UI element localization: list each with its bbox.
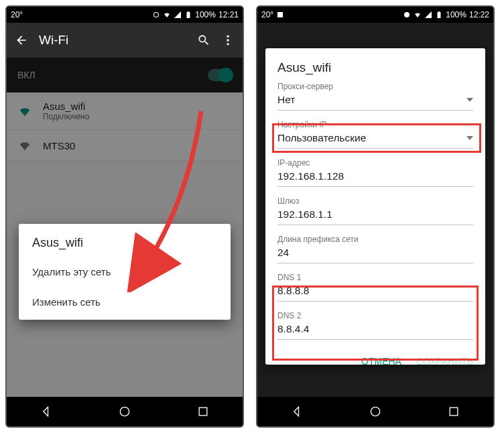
nav-back-icon[interactable] (40, 405, 53, 418)
network-edit-dialog: Asus_wifi Прокси-сервер Нет Настройки IP… (265, 48, 485, 365)
dns1-label: DNS 1 (277, 273, 473, 282)
battery-charge-icon (435, 11, 443, 19)
temperature: 20° (11, 10, 23, 19)
dns2-field[interactable]: DNS 2 8.8.4.4 (277, 311, 473, 340)
dns2-label: DNS 2 (277, 311, 473, 320)
ip-address-field[interactable]: IP-адрес 192.168.1.128 (277, 158, 473, 187)
content-area: ВКЛ Asus_wifi Подключено MTS30 Asus_wifi… (7, 58, 243, 397)
dns1-value: 8.8.8.8 (277, 285, 309, 297)
menu-item-forget[interactable]: Удалить эту сеть (19, 257, 231, 287)
context-menu: Asus_wifi Удалить эту сеть Изменить сеть (19, 224, 231, 320)
context-menu-title: Asus_wifi (19, 224, 231, 257)
nav-recent-icon[interactable] (447, 405, 460, 418)
nav-back-icon[interactable] (290, 405, 304, 418)
proxy-label: Прокси-сервер (277, 82, 473, 91)
temperature: 20° (261, 10, 273, 19)
svg-rect-4 (199, 408, 207, 416)
svg-point-3 (120, 407, 129, 416)
nav-bar (257, 397, 493, 426)
battery-percent: 100% (446, 10, 466, 19)
gateway-value: 192.168.1.1 (277, 208, 332, 221)
ip-address-value: 192.168.1.128 (277, 170, 344, 182)
alarm-icon (152, 11, 160, 19)
phone-left: 20° 100% 12:21 Wi-Fi ВКЛ Asus_wifi Подкл… (5, 5, 244, 428)
battery-percent: 100% (195, 10, 216, 19)
battery-charge-icon (184, 11, 192, 19)
dropdown-icon (466, 98, 473, 102)
content-area: Asus_wifi Прокси-сервер Нет Настройки IP… (257, 23, 493, 397)
prefix-label: Длина префикса сети (277, 235, 473, 244)
clock: 12:21 (218, 10, 239, 19)
proxy-field[interactable]: Прокси-сервер Нет (277, 82, 473, 111)
ip-address-label: IP-адрес (277, 158, 473, 168)
svg-point-6 (371, 407, 379, 416)
cancel-button[interactable]: ОТМЕНА (361, 356, 401, 367)
svg-point-2 (227, 43, 229, 45)
dropdown-icon (466, 136, 473, 140)
ip-settings-field[interactable]: Настройки IP Пользовательские (277, 120, 473, 149)
save-button[interactable]: СОХРАНИТЬ (416, 356, 473, 367)
page-title: Wi-Fi (39, 33, 186, 48)
ip-settings-value: Пользовательские (277, 132, 366, 144)
search-icon[interactable] (197, 34, 210, 47)
menu-item-modify[interactable]: Изменить сеть (19, 287, 231, 317)
status-bar: 20° 100% 12:21 (7, 7, 243, 23)
proxy-value: Нет (277, 94, 295, 106)
prefix-value: 24 (277, 247, 289, 259)
nav-home-icon[interactable] (118, 405, 131, 418)
svg-point-1 (227, 39, 229, 41)
wifi-icon (414, 11, 422, 19)
wifi-icon (163, 11, 171, 19)
nav-bar (7, 397, 243, 426)
phone-right: 20° 100% 12:22 Asus_wifi Прокси-сервер Н… (256, 5, 495, 428)
gateway-label: Шлюз (277, 196, 473, 206)
svg-rect-7 (450, 408, 458, 416)
dialog-actions: ОТМЕНА СОХРАНИТЬ (265, 349, 485, 371)
signal-icon (174, 11, 182, 19)
ip-settings-label: Настройки IP (277, 120, 473, 129)
dns1-field[interactable]: DNS 1 8.8.8.8 (277, 273, 473, 302)
app-bar: Wi-Fi (7, 23, 243, 58)
status-bar: 20° 100% 12:22 (257, 7, 493, 23)
screenshot-icon (276, 11, 284, 19)
overflow-icon[interactable] (221, 34, 235, 47)
clock: 12:22 (469, 10, 489, 19)
alarm-icon (403, 11, 411, 19)
gateway-field[interactable]: Шлюз 192.168.1.1 (277, 196, 473, 225)
prefix-field[interactable]: Длина префикса сети 24 (277, 235, 473, 263)
dns2-value: 8.8.4.4 (277, 323, 309, 335)
nav-home-icon[interactable] (369, 405, 382, 418)
nav-recent-icon[interactable] (196, 405, 210, 418)
signal-icon (424, 11, 432, 19)
svg-point-0 (227, 36, 229, 38)
back-icon[interactable] (15, 34, 28, 47)
dialog-title: Asus_wifi (277, 60, 473, 75)
svg-rect-5 (277, 12, 283, 17)
